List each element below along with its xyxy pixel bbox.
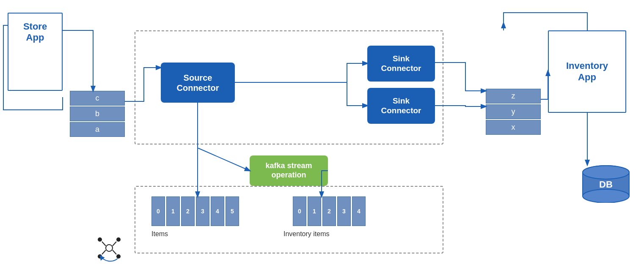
- svg-line-11: [113, 242, 116, 246]
- svg-point-3: [583, 166, 629, 179]
- inventory-app-label: InventoryApp: [566, 60, 608, 83]
- svg-point-5: [106, 245, 113, 251]
- diagram: Store App c b a SourceConnector SinkConn…: [0, 0, 644, 267]
- inv-cell-3: 3: [337, 196, 351, 226]
- svg-point-7: [116, 237, 121, 242]
- items-topic: 0 1 2 3 4 5: [151, 196, 239, 226]
- kafka-stream-box: kafka streamoperation: [250, 155, 328, 186]
- svg-point-9: [116, 254, 121, 259]
- svg-line-12: [102, 250, 106, 254]
- source-connector-label: SourceConnector: [177, 73, 219, 93]
- source-connector-box: SourceConnector: [161, 63, 235, 103]
- stack-item-y: y: [486, 104, 541, 119]
- items-cell-4: 4: [211, 196, 224, 226]
- items-cell-5: 5: [226, 196, 239, 226]
- inv-cell-0: 0: [293, 196, 306, 226]
- sink-connector-2-label: SinkConnector: [381, 96, 421, 116]
- inv-cell-2: 2: [322, 196, 336, 226]
- svg-text:DB: DB: [599, 179, 613, 190]
- queue-item-b: b: [70, 106, 125, 121]
- kafka-icon: [92, 233, 126, 263]
- inv-cell-4: 4: [352, 196, 366, 226]
- svg-point-8: [98, 254, 102, 259]
- sink-connector-1-label: SinkConnector: [381, 54, 421, 74]
- svg-line-10: [102, 242, 106, 246]
- items-topic-label: Items: [151, 230, 168, 238]
- db-cylinder: DB: [581, 165, 631, 203]
- inventory-app-box: InventoryApp: [548, 30, 626, 113]
- queue-item-c: c: [70, 91, 125, 106]
- inv-cell-1: 1: [308, 196, 321, 226]
- stack-item-z: z: [486, 89, 541, 104]
- stack-item-x: x: [486, 120, 541, 135]
- sink-connector-1-box: SinkConnector: [367, 46, 435, 82]
- svg-point-6: [98, 237, 102, 242]
- items-cell-2: 2: [181, 196, 195, 226]
- items-cell-0: 0: [151, 196, 165, 226]
- svg-line-13: [113, 250, 116, 254]
- items-cell-3: 3: [196, 196, 209, 226]
- stack-right-box: z y x: [486, 89, 541, 135]
- store-app-label: Store App: [8, 13, 63, 44]
- sink-connector-2-box: SinkConnector: [367, 88, 435, 124]
- queue-box: c b a: [70, 91, 125, 137]
- inventory-topic: 0 1 2 3 4: [293, 196, 366, 226]
- kafka-stream-label: kafka streamoperation: [265, 161, 312, 180]
- svg-point-2: [583, 189, 629, 203]
- inventory-topic-label: Inventory items: [283, 230, 329, 238]
- queue-item-a: a: [70, 122, 125, 137]
- items-cell-1: 1: [166, 196, 180, 226]
